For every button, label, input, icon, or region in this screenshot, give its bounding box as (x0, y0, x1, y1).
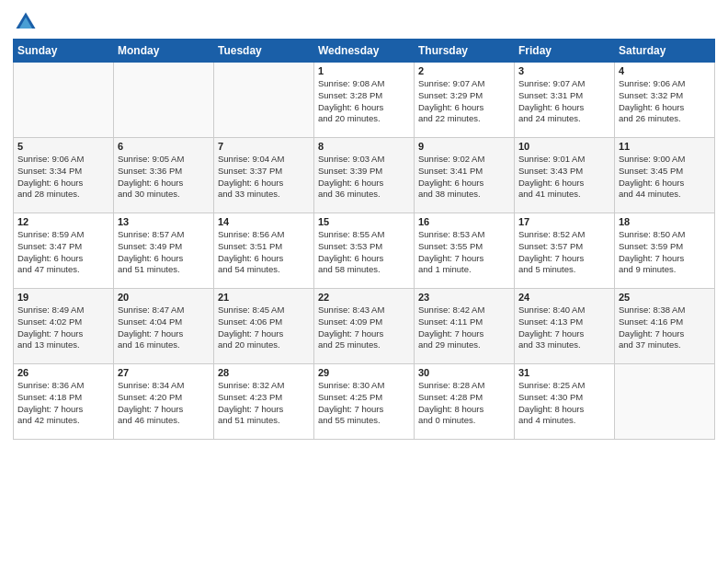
day-number: 28 (218, 367, 310, 378)
weekday-header-thursday: Thursday (415, 40, 515, 63)
page-container: SundayMondayTuesdayWednesdayThursdayFrid… (0, 0, 728, 445)
day-number: 17 (518, 216, 610, 227)
day-number: 4 (619, 65, 711, 76)
weekday-header-row: SundayMondayTuesdayWednesdayThursdayFrid… (14, 40, 715, 63)
day-info: Sunrise: 9:07 AM Sunset: 3:29 PM Dayligh… (418, 78, 510, 125)
calendar-cell (615, 364, 715, 440)
day-info: Sunrise: 8:50 AM Sunset: 3:59 PM Dayligh… (619, 229, 711, 276)
calendar-cell: 16Sunrise: 8:53 AM Sunset: 3:55 PM Dayli… (415, 213, 515, 289)
day-number: 5 (17, 141, 109, 152)
day-info: Sunrise: 8:53 AM Sunset: 3:55 PM Dayligh… (418, 229, 510, 276)
day-info: Sunrise: 9:05 AM Sunset: 3:36 PM Dayligh… (118, 154, 210, 201)
day-number: 29 (318, 367, 410, 378)
day-info: Sunrise: 8:34 AM Sunset: 4:20 PM Dayligh… (118, 380, 210, 427)
day-number: 26 (17, 367, 109, 378)
day-number: 13 (118, 216, 210, 227)
day-number: 22 (318, 292, 410, 303)
calendar-cell: 20Sunrise: 8:47 AM Sunset: 4:04 PM Dayli… (114, 289, 214, 364)
day-info: Sunrise: 9:03 AM Sunset: 3:39 PM Dayligh… (318, 154, 410, 201)
logo (13, 9, 42, 35)
day-number: 9 (418, 141, 510, 152)
day-info: Sunrise: 8:38 AM Sunset: 4:16 PM Dayligh… (619, 304, 711, 351)
day-number: 3 (518, 65, 610, 76)
calendar-table: SundayMondayTuesdayWednesdayThursdayFrid… (13, 39, 715, 440)
day-number: 8 (318, 141, 410, 152)
week-row-2: 12Sunrise: 8:59 AM Sunset: 3:47 PM Dayli… (14, 213, 715, 289)
day-number: 30 (418, 367, 510, 378)
day-number: 1 (318, 65, 410, 76)
day-info: Sunrise: 8:43 AM Sunset: 4:09 PM Dayligh… (318, 304, 410, 351)
header (13, 9, 715, 35)
day-info: Sunrise: 8:28 AM Sunset: 4:28 PM Dayligh… (418, 380, 510, 427)
day-number: 2 (418, 65, 510, 76)
day-info: Sunrise: 8:32 AM Sunset: 4:23 PM Dayligh… (218, 380, 310, 427)
day-info: Sunrise: 8:57 AM Sunset: 3:49 PM Dayligh… (118, 229, 210, 276)
calendar-cell: 3Sunrise: 9:07 AM Sunset: 3:31 PM Daylig… (515, 63, 615, 138)
day-info: Sunrise: 8:42 AM Sunset: 4:11 PM Dayligh… (418, 304, 510, 351)
calendar-cell (214, 63, 314, 138)
day-info: Sunrise: 8:25 AM Sunset: 4:30 PM Dayligh… (518, 380, 610, 427)
week-row-3: 19Sunrise: 8:49 AM Sunset: 4:02 PM Dayli… (14, 289, 715, 364)
day-number: 23 (418, 292, 510, 303)
calendar-cell: 8Sunrise: 9:03 AM Sunset: 3:39 PM Daylig… (314, 138, 415, 213)
calendar-cell: 5Sunrise: 9:06 AM Sunset: 3:34 PM Daylig… (14, 138, 114, 213)
calendar-cell: 4Sunrise: 9:06 AM Sunset: 3:32 PM Daylig… (615, 63, 715, 138)
calendar-cell: 28Sunrise: 8:32 AM Sunset: 4:23 PM Dayli… (214, 364, 314, 440)
calendar-cell: 1Sunrise: 9:08 AM Sunset: 3:28 PM Daylig… (314, 63, 415, 138)
calendar-cell: 18Sunrise: 8:50 AM Sunset: 3:59 PM Dayli… (615, 213, 715, 289)
calendar-cell: 30Sunrise: 8:28 AM Sunset: 4:28 PM Dayli… (415, 364, 515, 440)
calendar-body: 1Sunrise: 9:08 AM Sunset: 3:28 PM Daylig… (14, 63, 715, 440)
day-number: 6 (118, 141, 210, 152)
day-info: Sunrise: 8:40 AM Sunset: 4:13 PM Dayligh… (518, 304, 610, 351)
day-number: 14 (218, 216, 310, 227)
calendar-cell: 26Sunrise: 8:36 AM Sunset: 4:18 PM Dayli… (14, 364, 114, 440)
day-info: Sunrise: 9:01 AM Sunset: 3:43 PM Dayligh… (518, 154, 610, 201)
weekday-header-sunday: Sunday (14, 40, 114, 63)
day-info: Sunrise: 8:47 AM Sunset: 4:04 PM Dayligh… (118, 304, 210, 351)
day-info: Sunrise: 8:49 AM Sunset: 4:02 PM Dayligh… (17, 304, 109, 351)
calendar-cell: 17Sunrise: 8:52 AM Sunset: 3:57 PM Dayli… (515, 213, 615, 289)
calendar-cell: 14Sunrise: 8:56 AM Sunset: 3:51 PM Dayli… (214, 213, 314, 289)
day-info: Sunrise: 8:45 AM Sunset: 4:06 PM Dayligh… (218, 304, 310, 351)
day-number: 25 (619, 292, 711, 303)
logo-icon (13, 9, 39, 35)
calendar-header: SundayMondayTuesdayWednesdayThursdayFrid… (14, 40, 715, 63)
calendar-cell: 25Sunrise: 8:38 AM Sunset: 4:16 PM Dayli… (615, 289, 715, 364)
day-number: 21 (218, 292, 310, 303)
day-number: 11 (619, 141, 711, 152)
weekday-header-wednesday: Wednesday (314, 40, 415, 63)
calendar-cell: 6Sunrise: 9:05 AM Sunset: 3:36 PM Daylig… (114, 138, 214, 213)
calendar-cell: 15Sunrise: 8:55 AM Sunset: 3:53 PM Dayli… (314, 213, 415, 289)
calendar-cell: 21Sunrise: 8:45 AM Sunset: 4:06 PM Dayli… (214, 289, 314, 364)
day-info: Sunrise: 8:30 AM Sunset: 4:25 PM Dayligh… (318, 380, 410, 427)
day-info: Sunrise: 9:06 AM Sunset: 3:34 PM Dayligh… (17, 154, 109, 201)
calendar-cell (14, 63, 114, 138)
day-number: 7 (218, 141, 310, 152)
day-number: 12 (17, 216, 109, 227)
day-number: 18 (619, 216, 711, 227)
calendar-cell: 27Sunrise: 8:34 AM Sunset: 4:20 PM Dayli… (114, 364, 214, 440)
day-number: 27 (118, 367, 210, 378)
calendar-cell: 19Sunrise: 8:49 AM Sunset: 4:02 PM Dayli… (14, 289, 114, 364)
weekday-header-monday: Monday (114, 40, 214, 63)
calendar-cell: 11Sunrise: 9:00 AM Sunset: 3:45 PM Dayli… (615, 138, 715, 213)
day-info: Sunrise: 8:36 AM Sunset: 4:18 PM Dayligh… (17, 380, 109, 427)
day-number: 19 (17, 292, 109, 303)
day-info: Sunrise: 8:59 AM Sunset: 3:47 PM Dayligh… (17, 229, 109, 276)
day-info: Sunrise: 8:52 AM Sunset: 3:57 PM Dayligh… (518, 229, 610, 276)
day-info: Sunrise: 9:04 AM Sunset: 3:37 PM Dayligh… (218, 154, 310, 201)
calendar-cell: 10Sunrise: 9:01 AM Sunset: 3:43 PM Dayli… (515, 138, 615, 213)
day-number: 20 (118, 292, 210, 303)
weekday-header-saturday: Saturday (615, 40, 715, 63)
day-number: 10 (518, 141, 610, 152)
calendar-cell: 2Sunrise: 9:07 AM Sunset: 3:29 PM Daylig… (415, 63, 515, 138)
weekday-header-friday: Friday (515, 40, 615, 63)
calendar-cell: 12Sunrise: 8:59 AM Sunset: 3:47 PM Dayli… (14, 213, 114, 289)
calendar-cell (114, 63, 214, 138)
calendar-cell: 23Sunrise: 8:42 AM Sunset: 4:11 PM Dayli… (415, 289, 515, 364)
week-row-1: 5Sunrise: 9:06 AM Sunset: 3:34 PM Daylig… (14, 138, 715, 213)
day-number: 31 (518, 367, 610, 378)
day-info: Sunrise: 9:06 AM Sunset: 3:32 PM Dayligh… (619, 78, 711, 125)
day-info: Sunrise: 9:00 AM Sunset: 3:45 PM Dayligh… (619, 154, 711, 201)
day-info: Sunrise: 9:08 AM Sunset: 3:28 PM Dayligh… (318, 78, 410, 125)
